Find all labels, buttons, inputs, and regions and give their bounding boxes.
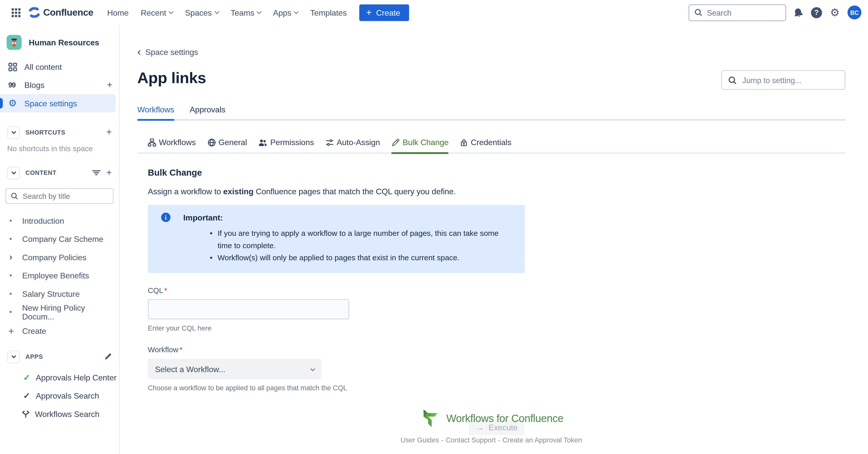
workflows-brand-text: Workflows for Confluence [446,413,563,425]
space-header[interactable]: Human Resources [0,34,119,58]
workflow-label: Workflow* [148,345,845,354]
page-tree-item[interactable]: › Company Policies [0,248,119,267]
important-info-panel: i Important: If you are trying to apply … [148,205,525,273]
plus-icon: + [8,325,22,337]
search-icon [694,8,703,17]
plus-icon: + [366,8,372,17]
apps-title: APPS [26,353,100,360]
collapse-content-icon[interactable] [7,166,20,179]
pencil-icon [392,138,400,146]
sidebar-item-space-settings[interactable]: ⚙ Space settings [0,94,116,113]
nav-templates[interactable]: Templates [304,3,353,21]
nav-teams[interactable]: Teams [224,3,267,21]
nav-spaces[interactable]: Spaces [179,3,224,21]
workflow-select-value: Select a Workflow... [155,365,225,373]
create-page-button[interactable]: + Create [0,321,119,341]
bullet-icon: • [9,216,22,225]
nav-recent[interactable]: Recent [135,3,179,21]
globe-icon [207,138,216,146]
notifications-bell-icon[interactable] [790,4,807,21]
nav-apps[interactable]: Apps [267,3,304,21]
people-icon [259,138,268,146]
user-guides-link[interactable]: User Guides [401,436,439,444]
page-tree-item[interactable]: • Introduction [0,212,119,230]
space-name: Human Resources [29,38,99,47]
jump-to-setting-input[interactable] [742,75,839,84]
create-button[interactable]: + Create [360,4,409,21]
content-search-input[interactable] [23,192,108,200]
tab-workflows[interactable]: Workflows [137,102,174,119]
app-item-approvals-search[interactable]: ✓ Approvals Search [0,387,119,405]
page-tree: • Introduction • Company Car Scheme › Co… [0,207,119,341]
settings-gear-icon[interactable]: ⚙ [827,4,843,21]
section-description: Assign a workflow to existing Confluence… [148,187,845,196]
space-avatar-icon [6,35,22,50]
sidebar-item-all-content[interactable]: All content [0,58,119,76]
cql-helper-text: Enter your CQL here [148,325,845,332]
chevron-right-icon[interactable]: › [9,252,22,261]
app-switcher-icon[interactable] [8,4,25,21]
chevron-down-icon [214,9,219,14]
create-approval-token-link[interactable]: Create an Approval Token [502,436,582,444]
add-shortcut-icon[interactable]: + [106,127,112,138]
contact-support-link[interactable]: Contact Support [446,436,496,444]
important-bullet: If you are trying to apply a workflow to… [210,228,514,252]
tab-bulk-change[interactable]: Bulk Change [392,134,448,152]
global-search-input[interactable] [707,8,780,17]
chevron-down-icon [257,9,262,14]
page-title: App links [137,69,206,87]
tab-auto-assign[interactable]: Auto-Assign [326,134,380,152]
tab-permissions[interactable]: Permissions [259,134,314,152]
back-to-space-settings-link[interactable]: ‹ Space settings [137,47,198,57]
confluence-logo[interactable]: Confluence [29,7,93,18]
grid-icon [8,62,17,71]
back-chevron-icon: ‹ [137,46,141,57]
search-icon [728,75,737,84]
app-item-workflows-search[interactable]: Workflows Search [0,405,119,423]
chevron-down-icon [294,9,299,14]
cql-label: CQL* [148,286,845,295]
workflow-branch-icon [21,410,30,418]
important-bullet: Workflow(s) will only be applied to page… [210,252,514,264]
tab-approvals[interactable]: Approvals [190,102,225,119]
lock-icon [460,138,468,146]
check-icon: ✓ [23,372,30,383]
nav-home[interactable]: Home [101,3,134,21]
help-icon[interactable]: ? [808,4,825,21]
collapse-apps-icon[interactable] [7,350,20,363]
tab-general[interactable]: General [207,134,247,152]
filter-icon[interactable] [92,169,101,177]
add-blog-icon[interactable]: + [107,79,112,90]
chevron-down-icon [310,366,315,371]
page-tree-item[interactable]: • Company Car Scheme [0,230,119,248]
edit-pencil-icon[interactable] [104,353,112,361]
collapse-shortcuts-icon[interactable] [7,126,20,139]
user-avatar[interactable]: BC [847,5,862,20]
footer-links: User Guides - Contact Support - Create a… [401,436,582,444]
workflow-helper-text: Choose a workflow to be applied to all p… [148,384,845,392]
search-icon [10,192,19,200]
global-search[interactable] [689,4,786,21]
jump-to-setting-search[interactable] [721,70,845,90]
confluence-app: Confluence Home Recent Spaces Teams Apps… [0,0,868,454]
workflows-settings-tabs: Workflows General [137,134,845,154]
page-tree-item[interactable]: • New Hiring Policy Docum... [0,303,119,321]
chevron-down-icon [169,9,174,14]
active-indicator [0,98,3,109]
app-item-approvals-help-center[interactable]: ✓ Approvals Help Center [0,368,119,387]
sitemap-icon [148,138,156,146]
workflow-select[interactable]: Select a Workflow... [148,359,322,379]
tab-credentials[interactable]: Credentials [460,134,511,152]
content-search[interactable] [5,188,114,204]
tab-workflows-inner[interactable]: Workflows [148,134,196,152]
add-content-icon[interactable]: + [106,167,112,178]
sidebar-item-blogs[interactable]: 99 Blogs + [0,76,119,94]
important-title: Important: [183,213,223,222]
top-navigation-bar: Confluence Home Recent Spaces Teams Apps… [0,0,868,25]
cql-input[interactable] [148,299,349,320]
content-title: CONTENT [26,169,88,176]
bulk-change-panel: Bulk Change Assign a workflow to existin… [137,168,845,435]
page-tree-item[interactable]: • Salary Structure [0,285,119,303]
shortcuts-empty-text: No shortcuts in this space [0,139,119,153]
page-tree-item[interactable]: • Employee Benefits [0,266,119,285]
